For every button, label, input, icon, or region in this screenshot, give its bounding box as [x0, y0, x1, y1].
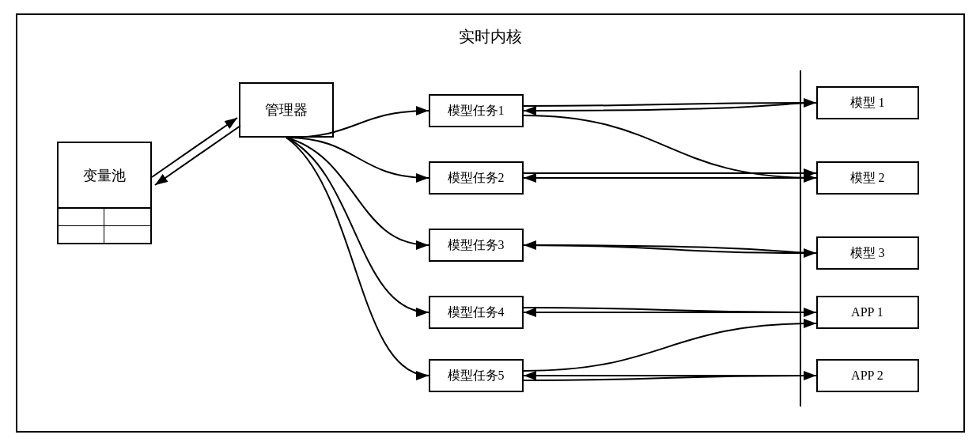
- var-pool-grid: [59, 207, 150, 243]
- app-box-2: APP 2: [816, 359, 919, 392]
- task-box-3: 模型任务3: [429, 229, 524, 262]
- var-pool-cell-4: [104, 226, 150, 244]
- diagram-container: 实时内核 变量池 管理器 模型任务1 模型任务2 模型任务3 模型任务4 模型任…: [16, 13, 965, 433]
- svg-line-2: [152, 118, 237, 177]
- model-box-3: 模型 3: [816, 236, 919, 270]
- var-pool-box: 变量池: [57, 142, 152, 244]
- var-pool-cell-3: [59, 226, 104, 244]
- model-box-1: 模型 1: [816, 86, 919, 119]
- var-pool-cell-2: [104, 209, 150, 226]
- manager-box: 管理器: [239, 82, 334, 138]
- svg-line-3: [155, 126, 240, 185]
- app-box-1: APP 1: [816, 296, 919, 329]
- task-box-2: 模型任务2: [429, 161, 524, 195]
- model-box-2: 模型 2: [816, 161, 919, 195]
- task-box-5: 模型任务5: [429, 359, 524, 392]
- var-pool-label: 变量池: [59, 143, 150, 207]
- var-pool-cell-1: [59, 209, 104, 226]
- task-box-4: 模型任务4: [429, 296, 524, 329]
- manager-label: 管理器: [265, 100, 308, 119]
- task-box-1: 模型任务1: [429, 94, 524, 127]
- diagram-title: 实时内核: [459, 26, 522, 47]
